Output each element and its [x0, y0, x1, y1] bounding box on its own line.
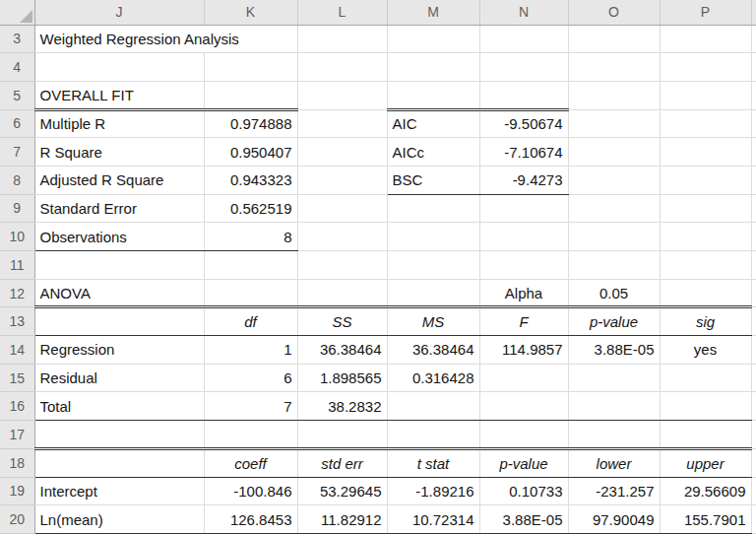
observations-label[interactable]: Observations — [34, 223, 204, 251]
cell[interactable] — [660, 53, 751, 82]
ln-mean-lower[interactable]: 97.90049 — [568, 505, 660, 534]
row-header-15[interactable]: 15 — [0, 364, 34, 392]
cell[interactable] — [660, 138, 751, 167]
cell[interactable] — [568, 109, 660, 138]
total-ss[interactable]: 38.2832 — [297, 392, 387, 421]
anova-col-f[interactable]: F — [479, 307, 568, 336]
regression-ss[interactable]: 36.38464 — [297, 336, 387, 365]
cell[interactable] — [479, 53, 568, 82]
cell[interactable] — [568, 364, 660, 392]
cell[interactable] — [568, 53, 660, 82]
column-header-m[interactable]: M — [387, 0, 479, 25]
row-header-5[interactable]: 5 — [0, 81, 34, 109]
coef-col-coeff[interactable]: coeff — [204, 448, 297, 477]
cell[interactable] — [204, 81, 297, 109]
cell[interactable] — [479, 392, 568, 421]
cell[interactable] — [568, 251, 660, 280]
intercept-p-value[interactable]: 0.10733 — [479, 477, 568, 505]
cell[interactable] — [660, 251, 751, 280]
cell[interactable] — [568, 81, 660, 109]
anova-col-p-value[interactable]: p-value — [568, 307, 660, 336]
column-header-o[interactable]: O — [568, 0, 660, 25]
residual-df[interactable]: 6 — [204, 364, 297, 392]
column-header-k[interactable]: K — [204, 0, 297, 25]
intercept-t-stat[interactable]: -1.89216 — [387, 477, 479, 505]
coef-col-upper[interactable]: upper — [660, 448, 751, 477]
cell[interactable] — [34, 251, 204, 280]
cell[interactable] — [34, 307, 204, 336]
r-square-label[interactable]: R Square — [34, 138, 204, 167]
cell[interactable] — [660, 25, 751, 53]
residual-label[interactable]: Residual — [34, 364, 204, 392]
cell[interactable] — [387, 279, 479, 307]
anova-header[interactable]: ANOVA — [34, 279, 204, 307]
bsc-label[interactable]: BSC — [387, 166, 479, 194]
standard-error-label[interactable]: Standard Error — [34, 194, 204, 223]
alpha-label[interactable]: Alpha — [479, 279, 568, 307]
cell[interactable] — [297, 194, 387, 223]
standard-error-value[interactable]: 0.562519 — [204, 194, 297, 223]
coef-col-p-value[interactable]: p-value — [479, 448, 568, 477]
cell[interactable] — [204, 53, 297, 82]
residual-ss[interactable]: 1.898565 — [297, 364, 387, 392]
cell[interactable] — [568, 138, 660, 167]
intercept-coeff[interactable]: -100.846 — [204, 477, 297, 505]
anova-col-df[interactable]: df — [204, 307, 297, 336]
cell[interactable] — [297, 223, 387, 251]
cell[interactable] — [479, 81, 568, 109]
row-header-17[interactable]: 17 — [0, 421, 34, 449]
cell[interactable] — [660, 194, 751, 223]
adjusted-r-square-value[interactable]: 0.943323 — [204, 166, 297, 194]
cell[interactable] — [479, 421, 568, 449]
cell[interactable] — [568, 166, 660, 194]
residual-ms[interactable]: 0.316428 — [387, 364, 479, 392]
cell[interactable] — [660, 223, 751, 251]
cell[interactable] — [387, 25, 479, 53]
cell[interactable] — [479, 25, 568, 53]
cell[interactable] — [297, 81, 387, 109]
anova-col-ss[interactable]: SS — [297, 307, 387, 336]
overall-fit-header[interactable]: OVERALL FIT — [34, 81, 204, 109]
cell[interactable] — [660, 364, 751, 392]
total-df[interactable]: 7 — [204, 392, 297, 421]
intercept-label[interactable]: Intercept — [34, 477, 204, 505]
cell[interactable] — [297, 421, 387, 449]
regression-label[interactable]: Regression — [34, 336, 204, 365]
cell[interactable] — [297, 53, 387, 82]
cell[interactable] — [387, 81, 479, 109]
row-header-3[interactable]: 3 — [0, 25, 34, 53]
regression-f[interactable]: 114.9857 — [479, 336, 568, 365]
cell[interactable] — [34, 448, 204, 477]
cell[interactable] — [34, 421, 204, 449]
ln-mean-p-value[interactable]: 3.88E-05 — [479, 505, 568, 534]
cell[interactable] — [297, 109, 387, 138]
row-header-20[interactable]: 20 — [0, 505, 34, 534]
row-header-16[interactable]: 16 — [0, 392, 34, 421]
r-square-value[interactable]: 0.950407 — [204, 138, 297, 167]
row-header-8[interactable]: 8 — [0, 166, 34, 194]
column-header-p[interactable]: P — [660, 0, 751, 25]
multiple-r-label[interactable]: Multiple R — [34, 109, 204, 138]
cell[interactable] — [204, 279, 297, 307]
coef-col-std-err[interactable]: std err — [297, 448, 387, 477]
bsc-value[interactable]: -9.4273 — [479, 166, 568, 194]
cell[interactable] — [387, 223, 479, 251]
row-header-12[interactable]: 12 — [0, 279, 34, 307]
adjusted-r-square-label[interactable]: Adjusted R Square — [34, 166, 204, 194]
observations-value[interactable]: 8 — [204, 223, 297, 251]
aic-value[interactable]: -9.50674 — [479, 109, 568, 138]
cell[interactable] — [568, 223, 660, 251]
cell[interactable] — [297, 251, 387, 280]
column-header-l[interactable]: L — [297, 0, 387, 25]
row-header-13[interactable]: 13 — [0, 307, 34, 336]
row-header-14[interactable]: 14 — [0, 336, 34, 365]
regression-ms[interactable]: 36.38464 — [387, 336, 479, 365]
cell[interactable] — [297, 138, 387, 167]
row-header-18[interactable]: 18 — [0, 448, 34, 477]
cell[interactable] — [660, 279, 751, 307]
select-all-corner[interactable] — [0, 0, 34, 25]
cell[interactable] — [204, 251, 297, 280]
column-header-j[interactable]: J — [34, 0, 204, 25]
row-header-11[interactable]: 11 — [0, 251, 34, 280]
row-header-7[interactable]: 7 — [0, 138, 34, 167]
